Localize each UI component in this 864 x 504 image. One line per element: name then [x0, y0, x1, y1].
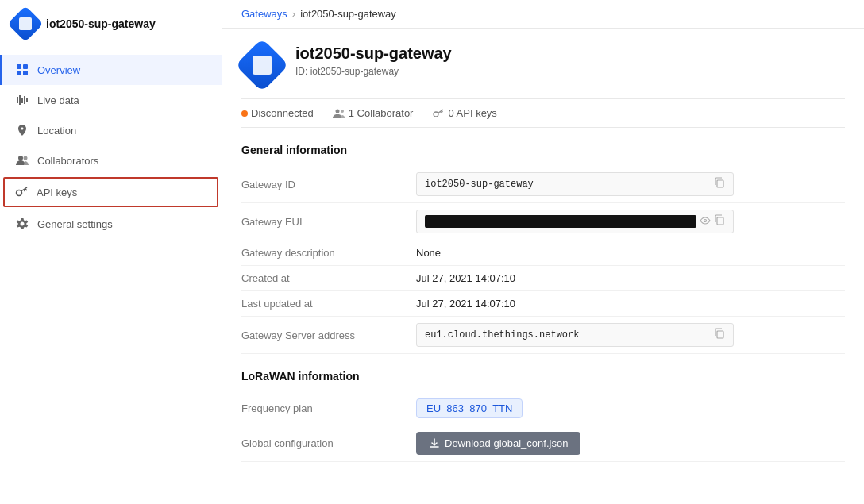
gateway-title-block: iot2050-sup-gateway ID: iot2050-sup-gate…	[295, 44, 845, 77]
gateway-id-display: ID: iot2050-sup-gateway	[295, 66, 845, 77]
download-icon	[429, 438, 440, 449]
gateway-id-value: iot2050-sup-gateway	[416, 172, 845, 196]
svg-point-17	[434, 112, 438, 117]
frequency-plan-row: Frequency plan EU_863_870_TTN	[241, 392, 845, 425]
sidebar-nav: Overview Live data Location	[0, 48, 222, 504]
sidebar-item-overview-label: Overview	[37, 64, 80, 76]
svg-point-10	[24, 156, 28, 160]
gateway-name: iot2050-sup-gateway	[295, 44, 845, 63]
collaborators-status-icon	[333, 108, 345, 119]
api-keys-status-icon	[432, 108, 445, 119]
location-icon	[15, 123, 29, 137]
svg-rect-24	[717, 331, 723, 338]
frequency-plan-label: Frequency plan	[241, 402, 416, 414]
sidebar: iot2050-sup-gateway Overview	[0, 0, 222, 504]
download-global-conf-button[interactable]: Download global_conf.json	[416, 432, 580, 455]
svg-line-20	[441, 111, 442, 113]
svg-rect-2	[17, 71, 21, 75]
sidebar-item-api-keys[interactable]: API keys	[3, 177, 218, 207]
created-at-label: Created at	[241, 272, 416, 284]
sidebar-item-live-data[interactable]: Live data	[0, 85, 222, 115]
last-updated-label: Last updated at	[241, 298, 416, 310]
breadcrumb-separator: ›	[292, 8, 295, 20]
frequency-plan-badge: EU_863_870_TTN	[416, 398, 523, 418]
svg-rect-5	[19, 95, 21, 105]
sidebar-item-general-settings[interactable]: General settings	[0, 209, 222, 239]
gateway-server-value: eu1.cloud.thethings.network	[416, 323, 845, 347]
gateway-description-value: None	[416, 247, 845, 259]
connection-status: Disconnected	[241, 107, 314, 119]
gateway-description-row: Gateway description None	[241, 240, 845, 266]
svg-point-15	[335, 109, 339, 113]
gateway-eui-copy-btn[interactable]	[714, 214, 725, 229]
breadcrumb: Gateways › iot2050-sup-gateway	[222, 0, 864, 29]
svg-line-13	[25, 189, 27, 190]
general-info-title: General information	[241, 144, 845, 156]
gateway-id-text: iot2050-sup-gateway	[425, 179, 534, 190]
status-label: Disconnected	[251, 107, 314, 119]
status-bar: Disconnected 1 Collaborator 0 AP	[241, 99, 845, 128]
global-config-row: Global configuration Download global_con…	[241, 425, 845, 462]
gateway-eui-row: Gateway EUI	[241, 203, 845, 240]
created-at-value: Jul 27, 2021 14:07:10	[416, 272, 845, 284]
settings-icon	[15, 217, 29, 231]
svg-rect-0	[17, 64, 21, 69]
gateway-id-copy-btn[interactable]	[714, 177, 725, 191]
svg-rect-1	[23, 64, 28, 69]
collaborators-icon	[15, 153, 29, 167]
app-logo	[7, 6, 43, 41]
sidebar-item-overview[interactable]: Overview	[0, 55, 222, 85]
last-updated-row: Last updated at Jul 27, 2021 14:07:10	[241, 291, 845, 317]
sidebar-item-collaborators-label: Collaborators	[37, 155, 98, 167]
svg-rect-8	[26, 98, 28, 102]
sidebar-header: iot2050-sup-gateway	[0, 0, 222, 48]
breadcrumb-parent[interactable]: Gateways	[241, 8, 287, 20]
gateway-server-text: eu1.cloud.thethings.network	[425, 329, 579, 340]
sidebar-item-location-label: Location	[37, 125, 76, 137]
api-keys-status: 0 API keys	[432, 107, 496, 119]
sidebar-item-location[interactable]: Location	[0, 115, 222, 145]
gateway-id-row: Gateway ID iot2050-sup-gateway	[241, 166, 845, 203]
svg-point-16	[341, 110, 344, 113]
collaborators-count: 1 Collaborator	[349, 107, 414, 119]
lorawan-info-table: Frequency plan EU_863_870_TTN Global con…	[241, 392, 845, 462]
frequency-plan-value: EU_863_870_TTN	[416, 398, 845, 418]
lorawan-info-title: LoRaWAN information	[241, 370, 845, 383]
svg-rect-21	[717, 180, 723, 187]
sidebar-title: iot2050-sup-gateway	[46, 17, 156, 30]
gateway-server-copy-btn[interactable]	[714, 328, 725, 342]
svg-rect-23	[717, 217, 723, 225]
svg-rect-7	[24, 96, 25, 104]
gateway-eui-value	[416, 210, 845, 233]
gateway-icon-wrap	[241, 44, 283, 86]
created-at-row: Created at Jul 27, 2021 14:07:10	[241, 266, 845, 291]
sidebar-item-general-settings-label: General settings	[37, 218, 113, 230]
api-keys-icon	[14, 185, 29, 199]
content-area: iot2050-sup-gateway ID: iot2050-sup-gate…	[222, 29, 864, 504]
svg-rect-3	[23, 71, 28, 75]
collaborators-status: 1 Collaborator	[333, 107, 414, 119]
general-info-table: Gateway ID iot2050-sup-gateway Gateway E…	[241, 166, 845, 354]
api-keys-count: 0 API keys	[448, 107, 496, 119]
main-content: Gateways › iot2050-sup-gateway iot2050	[222, 0, 864, 504]
gateway-eui-masked	[425, 215, 696, 228]
global-config-value: Download global_conf.json	[416, 432, 845, 455]
sidebar-item-api-keys-label: API keys	[37, 187, 77, 198]
svg-rect-4	[17, 97, 18, 103]
gateway-header: iot2050-sup-gateway ID: iot2050-sup-gate…	[241, 29, 845, 99]
last-updated-value: Jul 27, 2021 14:07:10	[416, 298, 845, 310]
svg-point-22	[704, 219, 707, 221]
svg-rect-6	[21, 98, 23, 103]
gateway-eui-toggle-btn[interactable]	[700, 215, 711, 229]
gateway-server-label: Gateway Server address	[241, 329, 416, 341]
svg-point-9	[18, 156, 23, 160]
global-config-label: Global configuration	[241, 437, 416, 449]
svg-line-14	[24, 190, 25, 191]
gateway-eui-label: Gateway EUI	[241, 216, 416, 228]
overview-icon	[15, 63, 29, 77]
gateway-server-row: Gateway Server address eu1.cloud.thethin…	[241, 317, 845, 354]
live-data-icon	[15, 93, 29, 107]
gateway-server-input: eu1.cloud.thethings.network	[416, 323, 734, 347]
gateway-logo	[235, 38, 289, 92]
sidebar-item-collaborators[interactable]: Collaborators	[0, 145, 222, 175]
